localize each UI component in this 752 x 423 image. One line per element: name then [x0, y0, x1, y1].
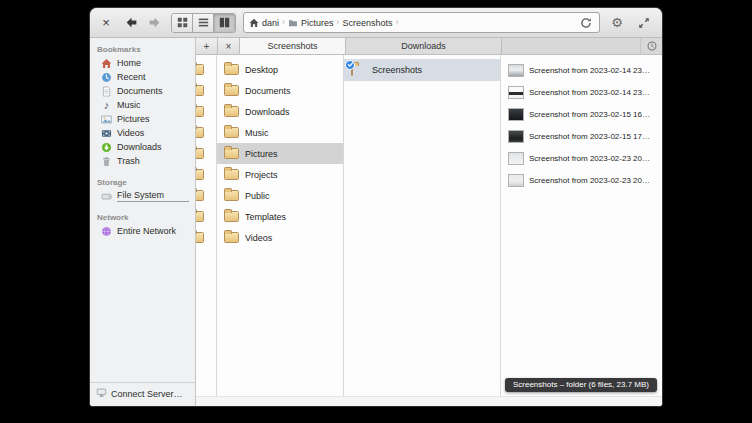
- filesystem-icon: [101, 191, 112, 202]
- folder-row-screenshots[interactable]: Screenshots: [344, 59, 500, 81]
- sidebar-item-label: Videos: [117, 128, 144, 138]
- file-label: Screenshot from 2023-02-14 23…: [529, 66, 650, 75]
- file-manager-window: × dani ›: [90, 8, 662, 406]
- file-row[interactable]: Screenshot from 2023-02-23 20…: [501, 169, 662, 191]
- home-icon: [101, 58, 112, 69]
- main-area: + × Screenshots Downloads: [196, 38, 662, 406]
- videos-icon: [101, 128, 112, 139]
- window-close-button[interactable]: ×: [98, 14, 114, 32]
- partial-folder-icon[interactable]: [196, 106, 204, 117]
- file-label: Screenshot from 2023-02-15 17…: [529, 132, 650, 141]
- back-arrow-icon: [125, 16, 138, 29]
- folder-label: Music: [245, 128, 269, 138]
- sidebar-item-label: Music: [117, 100, 141, 110]
- folder-icon: [351, 65, 366, 76]
- fullscreen-button[interactable]: [634, 13, 654, 33]
- sidebar-item-home[interactable]: Home: [90, 56, 195, 70]
- folder-row-downloads[interactable]: Downloads: [217, 101, 343, 122]
- file-label: Screenshot from 2023-02-15 16…: [529, 110, 650, 119]
- file-row[interactable]: Screenshot from 2023-02-14 23…: [501, 59, 662, 81]
- tab-screenshots[interactable]: Screenshots: [240, 38, 346, 54]
- network-icon: [101, 226, 112, 237]
- folder-icon: [224, 211, 239, 222]
- chevron-right-icon: ›: [337, 18, 340, 27]
- recent-icon: [101, 72, 112, 83]
- grid-view-button[interactable]: [172, 14, 193, 32]
- back-button[interactable]: [121, 13, 141, 33]
- folder-row-projects[interactable]: Projects: [217, 164, 343, 185]
- breadcrumb-pictures[interactable]: Pictures: [288, 18, 334, 28]
- sidebar-item-downloads[interactable]: Downloads: [90, 140, 195, 154]
- new-tab-button[interactable]: +: [196, 38, 218, 54]
- sidebar-item-documents[interactable]: Documents: [90, 84, 195, 98]
- folder-row-desktop[interactable]: Desktop: [217, 59, 343, 80]
- tab-bar: + × Screenshots Downloads: [196, 38, 662, 55]
- selected-check-badge: [345, 60, 355, 70]
- settings-menu-button[interactable]: ⚙: [607, 13, 627, 33]
- breadcrumb-home[interactable]: dani: [249, 18, 279, 28]
- file-row[interactable]: Screenshot from 2023-02-14 23…: [501, 81, 662, 103]
- sidebar-item-label: Documents: [117, 86, 163, 96]
- partial-folder-icon[interactable]: [196, 64, 204, 75]
- horizontal-scrollbar[interactable]: [196, 396, 662, 406]
- column-pictures: Screenshots: [344, 55, 501, 396]
- list-view-icon: [198, 17, 209, 28]
- folder-row-public[interactable]: Public: [217, 185, 343, 206]
- column-parent-partial[interactable]: [196, 55, 217, 396]
- column-view-icon: [219, 17, 230, 28]
- folder-label: Projects: [245, 170, 278, 180]
- close-tab-button[interactable]: ×: [218, 38, 240, 54]
- partial-folder-icon[interactable]: [196, 232, 204, 243]
- partial-folder-icon[interactable]: [196, 169, 204, 180]
- partial-folder-icon[interactable]: [196, 190, 204, 201]
- list-view-button[interactable]: [193, 14, 214, 32]
- sidebar-item-entire-network[interactable]: Entire Network: [90, 224, 195, 238]
- sidebar-item-label: Downloads: [117, 142, 162, 152]
- forward-button[interactable]: [144, 13, 164, 33]
- breadcrumb-label: Pictures: [301, 18, 334, 28]
- partial-folder-icon[interactable]: [196, 148, 204, 159]
- sidebar-item-trash[interactable]: Trash: [90, 154, 195, 168]
- breadcrumb-screenshots[interactable]: Screenshots: [343, 18, 393, 28]
- sidebar-item-music[interactable]: ♪ Music: [90, 98, 195, 112]
- downloads-icon: [101, 142, 112, 153]
- folder-label: Screenshots: [372, 65, 422, 75]
- folder-row-templates[interactable]: Templates: [217, 206, 343, 227]
- sidebar-item-pictures[interactable]: Pictures: [90, 112, 195, 126]
- folder-label: Documents: [245, 86, 291, 96]
- partial-folder-icon[interactable]: [196, 85, 204, 96]
- tab-downloads[interactable]: Downloads: [346, 38, 502, 54]
- refresh-button[interactable]: [578, 15, 594, 31]
- pathbar[interactable]: dani › Pictures › Screenshots ›: [243, 12, 600, 33]
- chevron-right-icon: ›: [396, 18, 399, 27]
- folder-icon: [224, 169, 239, 180]
- documents-icon: [101, 86, 112, 97]
- view-toggle: [171, 13, 236, 33]
- file-row[interactable]: Screenshot from 2023-02-15 16…: [501, 103, 662, 125]
- sidebar-item-file-system[interactable]: File System: [90, 189, 195, 203]
- file-thumbnail: [508, 130, 524, 143]
- sidebar-item-label: Entire Network: [117, 226, 176, 236]
- toolbar: × dani ›: [90, 8, 662, 38]
- sidebar-item-label: File System: [117, 190, 189, 200]
- partial-folder-icon[interactable]: [196, 211, 204, 222]
- folder-label: Desktop: [245, 65, 278, 75]
- folder-icon: [224, 106, 239, 117]
- folder-icon: [224, 127, 239, 138]
- connect-server-button[interactable]: Connect Server…: [96, 387, 183, 400]
- music-icon: ♪: [101, 100, 112, 111]
- column-view-button[interactable]: [214, 14, 235, 32]
- sidebar-item-recent[interactable]: Recent: [90, 70, 195, 84]
- folder-row-pictures[interactable]: Pictures: [217, 143, 343, 164]
- folder-row-music[interactable]: Music: [217, 122, 343, 143]
- file-row[interactable]: Screenshot from 2023-02-15 17…: [501, 125, 662, 147]
- folder-row-documents[interactable]: Documents: [217, 80, 343, 101]
- partial-folder-icon[interactable]: [196, 127, 204, 138]
- file-row[interactable]: Screenshot from 2023-02-23 20…: [501, 147, 662, 169]
- tab-history-button[interactable]: [640, 38, 662, 54]
- folder-label: Downloads: [245, 107, 290, 117]
- folder-row-videos[interactable]: Videos: [217, 227, 343, 248]
- chevron-right-icon: ›: [282, 18, 285, 27]
- sidebar-item-videos[interactable]: Videos: [90, 126, 195, 140]
- sidebar-item-label: Home: [117, 58, 141, 68]
